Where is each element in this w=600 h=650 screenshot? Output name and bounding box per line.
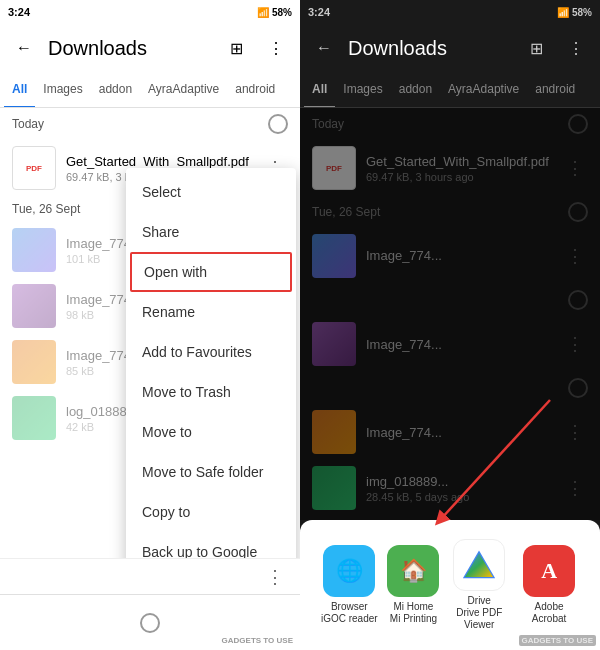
- right-tabs-bar: All Images addon AyraAdaptive android: [300, 72, 600, 108]
- menu-backup-drive[interactable]: Back up to Google Drive: [126, 532, 296, 558]
- today-section-header: Today: [0, 108, 300, 140]
- app-browser[interactable]: 🌐 BrowseriGOC reader: [321, 545, 378, 625]
- right-tab-addon[interactable]: addon: [391, 72, 440, 108]
- today-check[interactable]: [268, 114, 288, 134]
- menu-copy-to[interactable]: Copy to: [126, 492, 296, 532]
- mihome-label: Mi HomeMi Printing: [390, 601, 437, 625]
- image-thumb-1: [12, 228, 56, 272]
- bottom-check: [140, 613, 160, 633]
- bottom-sheet: 🌐 BrowseriGOC reader 🏠 Mi HomeMi Printin…: [300, 520, 600, 650]
- grid-view-button[interactable]: ⊞: [220, 32, 252, 64]
- right-tab-android[interactable]: android: [527, 72, 583, 108]
- tab-android[interactable]: android: [227, 72, 283, 108]
- right-watermark: GADGETS TO USE: [519, 635, 596, 646]
- right-back-button[interactable]: ←: [308, 32, 340, 64]
- bottom-more[interactable]: ⋮: [262, 562, 288, 592]
- left-top-bar: ← Downloads ⊞ ⋮: [0, 24, 300, 72]
- right-tab-images[interactable]: Images: [335, 72, 390, 108]
- right-top-bar: ← Downloads ⊞ ⋮: [300, 24, 600, 72]
- menu-open-with[interactable]: Open with: [130, 252, 292, 292]
- app-adobe[interactable]: A Adobe Acrobat: [519, 545, 579, 625]
- menu-share[interactable]: Share: [126, 212, 296, 252]
- right-tab-ayraadaptive[interactable]: AyraAdaptive: [440, 72, 527, 108]
- left-bottom-bar: ⋮: [0, 558, 300, 594]
- right-status-icons: 📶 58%: [557, 7, 592, 18]
- tab-images[interactable]: Images: [35, 72, 90, 108]
- menu-select[interactable]: Select: [126, 172, 296, 212]
- left-status-icons: 📶 58%: [257, 7, 292, 18]
- app-mihome[interactable]: 🏠 Mi HomeMi Printing: [387, 545, 439, 625]
- menu-add-favourites[interactable]: Add to Favourites: [126, 332, 296, 372]
- more-options-button[interactable]: ⋮: [260, 32, 292, 64]
- back-button[interactable]: ←: [8, 32, 40, 64]
- right-status-bar: 3:24 📶 58%: [300, 0, 600, 24]
- left-page-title: Downloads: [48, 37, 212, 60]
- pdf-thumbnail: PDF: [12, 146, 56, 190]
- left-status-bar: 3:24 📶 58%: [0, 0, 300, 24]
- menu-rename[interactable]: Rename: [126, 292, 296, 332]
- right-page-title: Downloads: [348, 37, 512, 60]
- tab-all[interactable]: All: [4, 72, 35, 108]
- menu-move-safe[interactable]: Move to Safe folder: [126, 452, 296, 492]
- left-panel: 3:24 📶 58% ← Downloads ⊞ ⋮ All Images ad…: [0, 0, 300, 650]
- left-tabs-bar: All Images addon AyraAdaptive android: [0, 72, 300, 108]
- left-content: Today PDF Get_Started_With_Smallpdf.pdf …: [0, 108, 300, 558]
- left-time: 3:24: [8, 6, 30, 18]
- image-thumb-4: [12, 396, 56, 440]
- app-drive[interactable]: DriveDrive PDF Viewer: [449, 539, 509, 631]
- right-tab-all[interactable]: All: [304, 72, 335, 108]
- image-thumb-2: [12, 284, 56, 328]
- adobe-label: Adobe Acrobat: [519, 601, 579, 625]
- browser-icon: 🌐: [323, 545, 375, 597]
- right-time: 3:24: [308, 6, 330, 18]
- drive-icon: [453, 539, 505, 591]
- tab-ayraadaptive[interactable]: AyraAdaptive: [140, 72, 227, 108]
- browser-label: BrowseriGOC reader: [321, 601, 378, 625]
- dim-overlay: [300, 108, 600, 520]
- right-more-options-button[interactable]: ⋮: [560, 32, 592, 64]
- right-content: Today PDF Get_Started_With_Smallpdf.pdf …: [300, 108, 600, 650]
- right-panel: 3:24 📶 58% ← Downloads ⊞ ⋮ All Images ad…: [300, 0, 600, 650]
- svg-marker-5: [465, 553, 493, 577]
- tue-label: Tue, 26 Sept: [12, 202, 80, 216]
- menu-move-trash[interactable]: Move to Trash: [126, 372, 296, 412]
- adobe-icon: A: [523, 545, 575, 597]
- today-label: Today: [12, 117, 44, 131]
- mihome-icon: 🏠: [387, 545, 439, 597]
- context-menu: Select Share Open with Rename Add to Fav…: [126, 168, 296, 558]
- drive-label: DriveDrive PDF Viewer: [449, 595, 509, 631]
- menu-move-to[interactable]: Move to: [126, 412, 296, 452]
- pdf-file-name: Get_Started_With_Smallpdf.pdf: [66, 154, 252, 169]
- tab-addon[interactable]: addon: [91, 72, 140, 108]
- right-grid-view-button[interactable]: ⊞: [520, 32, 552, 64]
- left-watermark: GADGETS TO USE: [219, 635, 296, 646]
- image-thumb-3: [12, 340, 56, 384]
